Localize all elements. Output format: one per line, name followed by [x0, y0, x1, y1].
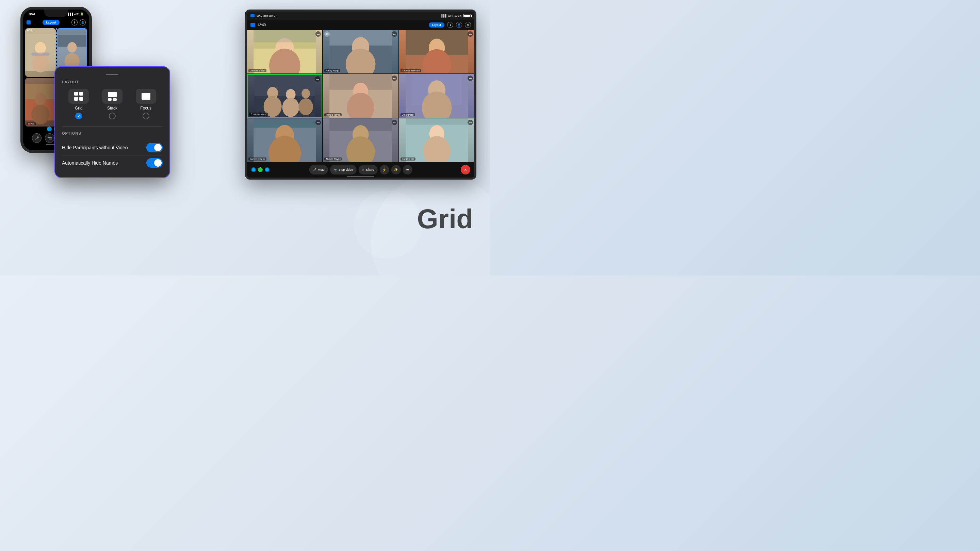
tablet-top-bar: 12:40 Layout ℹ 👤 ⚙: [247, 20, 474, 30]
umar-video: [399, 74, 474, 118]
hide-participants-toggle[interactable]: [146, 143, 163, 152]
isabelle-video: [399, 30, 474, 73]
tablet-end-call-button[interactable]: ×: [461, 165, 470, 175]
tablet-mute-button[interactable]: 🎤 Mute: [309, 165, 328, 175]
svg-rect-20: [108, 98, 111, 101]
svg-point-43: [298, 98, 313, 115]
tablet-status-date: 9:41 Mon Jun 3: [256, 14, 275, 17]
isabelle-name-tag: Isabelle Brennan: [401, 69, 421, 72]
tablet-scroll-indicator: [347, 176, 374, 177]
tablet-cell-danielle: ••• Danielle Ho: [399, 118, 474, 162]
grid-layout-icon: [68, 89, 89, 104]
tablet-layout-button[interactable]: Layout: [429, 22, 444, 27]
grid-layout-label: Grid: [75, 106, 83, 111]
mute-icon: 🎤: [313, 168, 317, 171]
focus-radio[interactable]: [143, 113, 150, 119]
greatwall-video: [248, 75, 321, 117]
share-label: Share: [366, 168, 374, 171]
svg-rect-27: [253, 30, 316, 43]
wifi-icon: WiFi: [74, 13, 79, 16]
auto-hide-names-toggle[interactable]: [146, 158, 163, 168]
svg-rect-16: [79, 92, 83, 95]
isabelle-menu-btn[interactable]: •••: [468, 31, 473, 37]
danielle-menu-btn[interactable]: •••: [468, 120, 473, 125]
bluetooth-icon: ⚡: [382, 168, 386, 172]
webex-icon: [27, 21, 30, 24]
tablet-stopvideo-button[interactable]: 📷 Stop video: [330, 165, 356, 175]
mute-label: Mute: [318, 168, 325, 171]
stack-radio[interactable]: [109, 113, 116, 119]
more-icon: •••: [406, 168, 409, 172]
tbl-dot-3: [265, 167, 269, 172]
ahmed-menu-btn[interactable]: •••: [392, 120, 397, 125]
tablet-time: 12:40: [257, 23, 266, 27]
battery-icon: 🔋: [80, 13, 84, 16]
tablet-device: 9:41 Mon Jun 3 ▐▐▐ WiFi 100% 12:40 Layou…: [245, 10, 476, 179]
phone-cell-3: 🔴 Maris: [25, 78, 56, 127]
tablet-status-right: ▐▐▐ WiFi 100%: [441, 14, 471, 17]
umar-menu-btn[interactable]: •••: [468, 76, 473, 81]
stack-layout-icon: [102, 89, 123, 104]
share-icon: ⬆: [362, 168, 364, 171]
tablet-cell-marise: ••• Marise Torres: [323, 74, 398, 118]
popup-handle: [106, 74, 118, 75]
svg-point-42: [301, 89, 310, 98]
svg-point-41: [282, 98, 299, 117]
stack-icon-svg: [108, 92, 117, 101]
tablet-call-icon: [250, 23, 255, 27]
tablet-more-icon[interactable]: ⚙: [465, 22, 471, 28]
clarissa-name-tag: Clarissa Smith: [248, 69, 266, 72]
phone-meeting-time: 12:40: [23, 24, 89, 35]
phone-cell-1: [25, 28, 56, 77]
tbl-dot-1: [251, 167, 256, 172]
phone-status-bar: 9:41 ▐▐▐ WiFi 🔋: [27, 11, 86, 17]
tablet-cell-greatwall: ••• 📍 GREAT WALL: [247, 74, 322, 118]
tablet-share-button[interactable]: ⬆ Share: [358, 165, 377, 175]
tablet-signal: ▐▐▐: [441, 14, 447, 17]
henry-menu-btn[interactable]: •••: [392, 31, 397, 37]
tablet-more-button[interactable]: •••: [402, 165, 412, 175]
grid-title: Grid: [417, 203, 473, 235]
hide-participants-row: Hide Participants without Video: [62, 140, 163, 155]
layout-option-focus[interactable]: Focus: [136, 89, 156, 119]
tbl-dot-2: [258, 167, 263, 172]
layout-option-stack[interactable]: Stack: [102, 89, 123, 119]
svg-point-11: [31, 105, 50, 124]
focus-icon-svg: [141, 92, 151, 101]
tablet-bluetooth-button[interactable]: ⚡: [379, 165, 389, 175]
auto-hide-names-row: Automatically Hide Names: [62, 155, 163, 170]
stopvideo-label: Stop video: [339, 168, 353, 171]
status-dot-1: [47, 127, 52, 131]
henry-video: [323, 30, 398, 73]
tablet-cell-isabelle: ••• Isabelle Brennan: [399, 30, 474, 73]
darren-name-tag: Darren Owens: [248, 157, 266, 160]
henry-name-tag: Henry Riggs: [324, 69, 340, 72]
phone-camera-button[interactable]: 📷: [45, 133, 54, 143]
greatwall-label: 📍 GREAT WALL: [250, 113, 266, 115]
svg-rect-22: [142, 93, 150, 100]
person-video-1: [25, 28, 56, 77]
tablet-top-right: Layout ℹ 👤 ⚙: [429, 22, 471, 28]
tablet-participants-icon[interactable]: 👤: [456, 22, 462, 28]
tablet-battery: [463, 14, 471, 17]
tablet-info-icon[interactable]: ℹ: [447, 22, 453, 28]
phone-top-bar: 12:40 Layout ℹ 👤: [23, 17, 89, 28]
focus-layout-icon: [136, 89, 156, 104]
tablet-status-bar: 9:41 Mon Jun 3 ▐▐▐ WiFi 100%: [247, 11, 474, 20]
tablet-effects-button[interactable]: ✨: [391, 165, 401, 175]
tablet-cell-henry: H ••• Henry Riggs: [323, 30, 398, 73]
grid-radio[interactable]: [75, 113, 82, 119]
person-video-3: [25, 78, 56, 127]
marise-video: [323, 74, 398, 118]
tablet-webex-icon: [250, 14, 255, 17]
tablet-video-grid: ••• Clarissa Smith H ••• Henry Riggs: [247, 30, 474, 162]
stack-layout-label: Stack: [107, 106, 118, 111]
darren-video: [247, 118, 322, 162]
layout-options-container: Grid Stack Focus: [62, 89, 163, 119]
phone-mute-button[interactable]: 🎤: [32, 133, 41, 143]
marise-menu-btn[interactable]: •••: [392, 76, 397, 81]
options-section-title: OPTIONS: [62, 131, 163, 135]
svg-point-2: [32, 54, 49, 73]
layout-option-grid[interactable]: Grid: [68, 89, 89, 119]
svg-rect-18: [79, 97, 83, 101]
